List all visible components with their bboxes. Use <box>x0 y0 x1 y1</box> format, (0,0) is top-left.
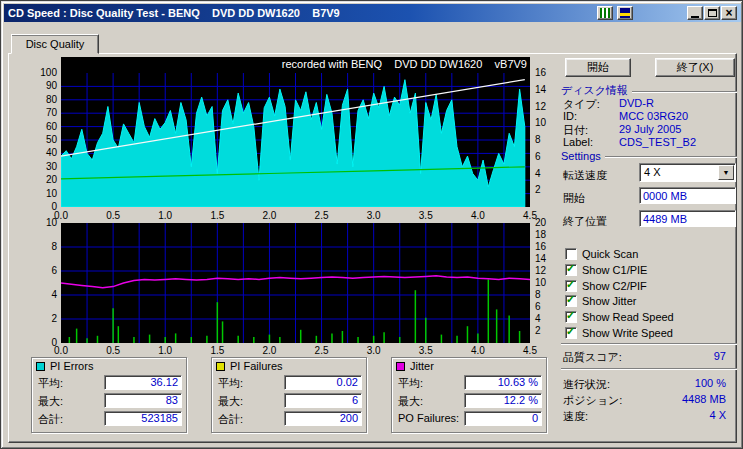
save-icon-button[interactable] <box>617 6 633 20</box>
start-position-label: 開始 <box>563 191 585 206</box>
stat-value: 0.02 <box>284 375 362 390</box>
jitter-plot <box>61 223 530 343</box>
maximize-button[interactable] <box>704 6 720 20</box>
checkbox-box[interactable]: ✓ <box>565 295 577 307</box>
checkbox-label: Show Read Speed <box>582 311 674 323</box>
checkbox-box[interactable]: ✓ <box>565 327 577 339</box>
speed-select-value: 4 X <box>644 166 661 178</box>
start-button[interactable]: 開始 <box>565 58 631 77</box>
speed-select-label: 転送速度 <box>563 168 607 183</box>
disc-type-value: DVD-R <box>619 97 654 109</box>
checkbox-label: Show C1/PIE <box>582 264 647 276</box>
pi-errors-stats-box: PI Errors 平均: 36.12 最大: 83 合計: 523185 <box>31 357 187 433</box>
speed-select[interactable]: 4 X ▼ <box>639 163 736 182</box>
checkbox-quick-scan[interactable]: ✓ Quick Scan <box>565 247 638 260</box>
window-title: CD Speed : Disc Quality Test - BENQ DVD … <box>8 4 340 22</box>
quality-score-value: 97 <box>641 350 726 362</box>
jitter-left-axis: 0246810 <box>33 223 57 343</box>
pi-failures-color-swatch <box>216 362 225 371</box>
stat-value: 523185 <box>104 411 182 426</box>
disc-id-label: ID: <box>563 110 577 122</box>
stat-label: 平均: <box>218 376 243 391</box>
disc-id-value: MCC 03RG20 <box>619 110 688 122</box>
close-icon: × <box>725 8 732 18</box>
jitter-x-axis: 0.00.51.01.52.02.53.03.54.04.5 <box>61 345 530 357</box>
speed-select-arrow-button[interactable]: ▼ <box>718 165 734 180</box>
stat-label: PO Failures: <box>398 412 459 424</box>
settings-header-label: Settings <box>561 150 601 162</box>
checkbox-label: Show Jitter <box>582 295 636 307</box>
app-window: CD Speed : Disc Quality Test - BENQ DVD … <box>0 0 743 449</box>
stat-label: 最大: <box>398 394 423 409</box>
minimize-button[interactable] <box>687 6 703 20</box>
stat-value: 0 <box>464 411 542 426</box>
jitter-stats-header: Jitter <box>396 360 434 372</box>
disc-date-value: 29 July 2005 <box>619 123 681 135</box>
disc-label-label: Label: <box>563 136 593 148</box>
status-divider-2 <box>561 368 737 370</box>
pi-errors-stats-header: PI Errors <box>36 360 93 372</box>
checkbox-show-c1-pie[interactable]: ✓ Show C1/PIE <box>565 263 647 276</box>
stat-label: 平均: <box>398 376 423 391</box>
status-divider-1 <box>561 343 737 345</box>
quality-score-label: 品質スコア: <box>563 350 622 365</box>
checkbox-box[interactable]: ✓ <box>565 264 577 276</box>
check-icon: ✓ <box>566 262 575 275</box>
exit-button[interactable]: 終了(X) <box>655 58 735 77</box>
jitter-stats-box: Jitter 平均: 10.63 % 最大: 12.2 % PO Failure… <box>391 357 547 433</box>
disc-info-header-label: ディスク情報 <box>561 83 628 98</box>
pi-errors-chart: recorded with BENQ DVD DD DW1620 vB7V9 <box>61 57 530 207</box>
checkbox-show-jitter[interactable]: ✓ Show Jitter <box>565 294 636 307</box>
pi-errors-color-swatch <box>36 362 45 371</box>
recorded-with-header: recorded with BENQ DVD DD DW1620 vB7V9 <box>282 58 527 72</box>
progress-value: 100 % <box>641 377 726 389</box>
disc-info-rule <box>632 91 737 93</box>
pi-errors-x-axis: 0.00.51.01.52.02.53.03.54.04.5 <box>61 210 530 222</box>
check-icon: ✓ <box>566 278 575 291</box>
chevron-down-icon: ▼ <box>723 169 730 176</box>
position-label: ポジション: <box>563 393 622 408</box>
pi-errors-right-axis: 246810121416 <box>533 73 551 207</box>
maximize-icon <box>708 9 717 17</box>
checkbox-box[interactable]: ✓ <box>565 311 577 323</box>
close-button[interactable]: × <box>721 6 737 20</box>
checkbox-show-write-speed[interactable]: ✓ Show Write Speed <box>565 326 673 339</box>
title-bar[interactable]: CD Speed : Disc Quality Test - BENQ DVD … <box>4 4 741 22</box>
speed-status-value: 4 X <box>641 409 726 421</box>
jitter-color-swatch <box>396 362 405 371</box>
stat-value: 10.63 % <box>464 375 542 390</box>
pi-failures-stats-header: PI Failures <box>216 360 283 372</box>
checkbox-box[interactable]: ✓ <box>565 248 577 260</box>
chart-icon <box>600 8 610 18</box>
position-value: 4488 MB <box>641 393 726 405</box>
chart-icon-button[interactable] <box>597 6 613 20</box>
jitter-stats-title: Jitter <box>410 360 434 372</box>
check-icon: ✓ <box>566 309 575 322</box>
checkbox-label: Quick Scan <box>582 248 638 260</box>
stat-label: 最大: <box>218 394 243 409</box>
stat-value: 83 <box>104 393 182 408</box>
stat-value: 200 <box>284 411 362 426</box>
checkbox-show-read-speed[interactable]: ✓ Show Read Speed <box>565 310 674 323</box>
start-position-input[interactable] <box>639 187 736 204</box>
progress-label: 進行状況: <box>563 377 610 392</box>
settings-rule <box>605 156 737 158</box>
minimize-icon <box>691 16 699 18</box>
stat-label: 合計: <box>218 412 243 427</box>
end-position-label: 終了位置 <box>563 214 607 229</box>
stat-value: 36.12 <box>104 375 182 390</box>
end-position-input[interactable] <box>639 210 736 227</box>
pi-failures-stats-title: PI Failures <box>230 360 283 372</box>
checkbox-label: Show C2/PIF <box>582 280 647 292</box>
checkbox-box[interactable]: ✓ <box>565 280 577 292</box>
speed-status-label: 速度: <box>563 409 588 424</box>
stat-value: 12.2 % <box>464 393 542 408</box>
pi-errors-left-axis: 0102030405060708090100 <box>33 73 57 207</box>
settings-header: Settings <box>561 150 737 162</box>
save-icon <box>620 8 630 18</box>
pi-errors-plot <box>61 73 530 207</box>
pi-failures-stats-box: PI Failures 平均: 0.02 最大: 6 合計: 200 <box>211 357 367 433</box>
tab-disc-quality[interactable]: Disc Quality <box>11 34 99 54</box>
jitter-right-axis: 2468101214161820 <box>533 223 551 343</box>
checkbox-show-c2-pif[interactable]: ✓ Show C2/PIF <box>565 279 647 292</box>
